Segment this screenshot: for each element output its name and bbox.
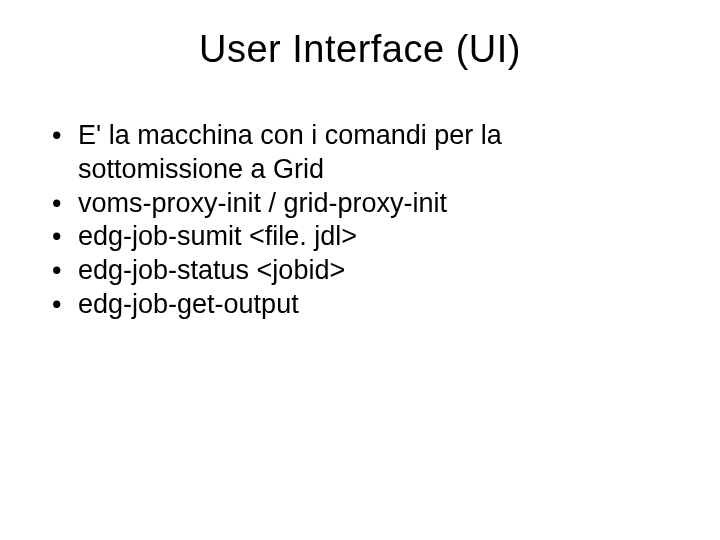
list-item: E' la macchina con i comandi per la sott… <box>48 119 672 187</box>
list-item: voms-proxy-init / grid-proxy-init <box>48 187 672 221</box>
list-item: edg-job-get-output <box>48 288 672 322</box>
list-item: edg-job-sumit <file. jdl> <box>48 220 672 254</box>
bullet-list: E' la macchina con i comandi per la sott… <box>48 119 672 322</box>
list-item: edg-job-status <jobid> <box>48 254 672 288</box>
slide: User Interface (UI) E' la macchina con i… <box>0 0 720 540</box>
slide-title: User Interface (UI) <box>48 28 672 71</box>
